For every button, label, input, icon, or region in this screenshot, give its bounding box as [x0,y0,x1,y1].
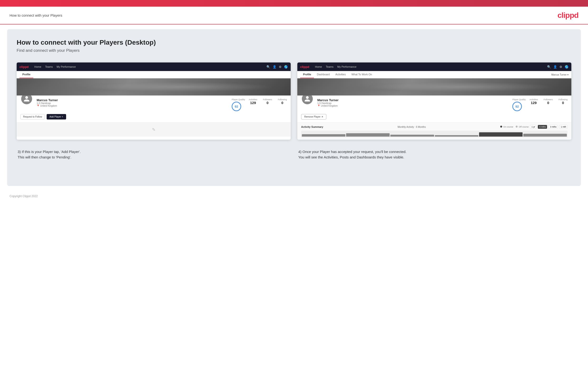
left-profile-section: Marcus Turner 1-5 Handicap 📍 United King… [17,95,291,122]
right-banner [297,78,571,95]
screenshots-row: clippd Home Teams My Performance 🔍 👤 ⚙ 🌎… [17,62,571,140]
chart-bar-3 [390,135,434,137]
chart-bar-5 [479,132,523,137]
settings-icon-right[interactable]: ⚙ [560,65,562,69]
right-profile-section: Marcus Turner 1-5 Handicap 📍 United King… [297,95,571,122]
left-buttons-row: Request to Follow Add Player + [20,114,287,119]
right-app-logo: clippd [300,65,309,69]
left-quality-wrap: Player Quality 92 [232,98,245,111]
right-quality-circle: 92 [512,102,522,111]
right-player-location: 📍 United Kingdom [317,105,509,107]
off-course-legend: Off course [516,126,529,128]
left-nav-performance[interactable]: My Performance [57,65,76,68]
main-content: How to connect with your Players (Deskto… [7,29,581,186]
activity-header: Activity Summary Monthly Activity · 6 Mo… [301,125,568,129]
right-tab-whattoworkon[interactable]: What To Work On [348,71,375,78]
globe-icon[interactable]: 🌎 [284,65,288,69]
left-stat-followers: Followers 0 [263,98,272,105]
right-stat-following: Following 0 [559,98,568,105]
left-lower: ✎ [17,122,291,137]
request-follow-button[interactable]: Request to Follow [20,114,45,119]
activity-legend: On course Off course [500,126,529,128]
footer-copyright: Copyright Clippd 2022 [9,195,38,198]
activity-controls: On course Off course 1 yr 6 mths 3 mths … [500,125,568,129]
descriptions-row: 3) If this is your Player tap, 'Add Play… [17,147,571,160]
left-tab-profile[interactable]: Profile [19,71,33,78]
footer: Copyright Clippd 2022 [0,191,588,202]
left-navbar: clippd Home Teams My Performance 🔍 👤 ⚙ 🌎 [17,62,291,71]
period-6mths[interactable]: 6 mths [538,125,547,129]
search-icon[interactable]: 🔍 [266,65,270,69]
left-player-handicap: 1-5 Handicap [37,102,228,105]
right-stats-row: Activities 129 Followers 0 Following 0 [529,98,568,105]
right-tab-activities[interactable]: Activities [333,71,348,78]
left-player-name: Marcus Turner [37,98,228,102]
right-profile-info: Marcus Turner 1-5 Handicap 📍 United King… [317,98,509,107]
activity-summary-section: Activity Summary Monthly Activity · 6 Mo… [297,122,571,140]
remove-player-button[interactable]: Remove Player ✕ [301,114,326,119]
on-course-legend: On course [500,126,513,128]
off-course-dot [516,126,518,128]
left-nav-icons: 🔍 👤 ⚙ 🌎 [266,65,288,69]
left-stat-following: Following 0 [278,98,287,105]
right-tab-profile[interactable]: Profile [300,71,314,78]
right-description: 4) Once your Player has accepted your re… [297,147,571,160]
left-nav-home[interactable]: Home [34,65,41,68]
right-profile-row: Marcus Turner 1-5 Handicap 📍 United King… [301,98,568,111]
user-icon[interactable]: 👤 [273,65,277,69]
right-stat-activities: Activities 129 [529,98,538,105]
location-icon: 📍 [37,105,40,107]
left-profile-info: Marcus Turner 1-5 Handicap 📍 United King… [37,98,228,107]
chart-bar-2 [346,133,390,137]
left-description: 3) If this is your Player tap, 'Add Play… [17,147,291,160]
on-course-dot [500,126,502,128]
period-1yr[interactable]: 1 yr [530,125,536,129]
clippd-logo: clippd [558,11,579,20]
right-buttons-row: Remove Player ✕ [301,114,568,119]
left-screenshot: clippd Home Teams My Performance 🔍 👤 ⚙ 🌎… [17,62,291,140]
right-tabbar: Profile Dashboard Activities What To Wor… [297,71,571,78]
left-quality-label: Player Quality [232,98,245,101]
top-bar [0,0,588,7]
right-username[interactable]: Marcus Turner ▾ [551,73,569,76]
add-player-button[interactable]: Add Player + [47,114,66,119]
location-icon-right: 📍 [317,105,320,107]
left-tabbar: Profile [17,71,291,78]
page-title: How to connect with your Players (Deskto… [17,39,571,46]
settings-icon[interactable]: ⚙ [279,65,282,69]
right-nav-performance[interactable]: My Performance [337,65,356,68]
chart-bar-1 [302,134,345,137]
right-nav-home[interactable]: Home [315,65,322,68]
left-nav-teams[interactable]: Teams [45,65,53,68]
right-player-handicap: 1-5 Handicap [317,102,509,105]
right-stat-followers: Followers 0 [544,98,553,105]
chart-bar-4 [435,135,478,137]
edit-icon: ✎ [152,127,156,132]
activity-chart [301,131,568,137]
right-desc-text: 4) Once your Player has accepted your re… [298,149,571,160]
left-stats-row: Activities 129 Followers 0 Following 0 [249,98,287,105]
user-icon-right[interactable]: 👤 [553,65,557,69]
chart-bar-6 [523,134,567,137]
right-quality-wrap: Player Quality 92 [512,98,526,111]
left-stat-activities: Activities 129 [249,98,257,105]
left-player-location: 📍 United Kingdom [37,105,228,107]
right-tab-dashboard[interactable]: Dashboard [314,71,333,78]
activity-title: Activity Summary [301,125,323,128]
header: How to connect with your Players clippd [0,7,588,25]
right-nav-icons: 🔍 👤 ⚙ 🌎 [547,65,569,69]
search-icon-right[interactable]: 🔍 [547,65,551,69]
left-profile-row: Marcus Turner 1-5 Handicap 📍 United King… [20,98,287,111]
activity-period: Monthly Activity · 6 Months [398,126,426,128]
left-quality-circle: 92 [232,102,241,111]
header-title: How to connect with your Players [9,13,62,17]
right-tabs-left: Profile Dashboard Activities What To Wor… [300,71,375,78]
right-player-name: Marcus Turner [317,98,509,102]
period-3mths[interactable]: 3 mths [548,125,558,129]
globe-icon-right[interactable]: 🌎 [565,65,569,69]
left-banner [17,78,291,95]
period-1mth[interactable]: 1 mth [559,125,568,129]
left-desc-text: 3) If this is your Player tap, 'Add Play… [17,149,290,160]
right-nav-teams[interactable]: Teams [326,65,334,68]
right-quality-label: Player Quality [512,98,526,101]
